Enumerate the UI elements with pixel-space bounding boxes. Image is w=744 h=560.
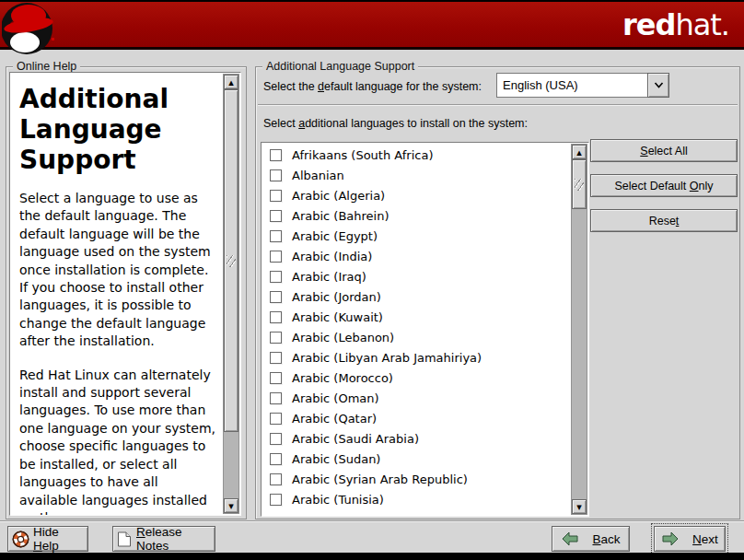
button-label: Next <box>692 532 718 546</box>
language-checkbox[interactable] <box>270 210 282 222</box>
language-row[interactable]: Arabic (Qatar) <box>262 408 570 428</box>
language-row[interactable]: Arabic (Libyan Arab Jamahiriya) <box>262 347 570 368</box>
next-button[interactable]: Next <box>654 526 726 552</box>
language-checkbox[interactable] <box>270 453 282 465</box>
help-scroll-up-button[interactable]: ▴ <box>224 75 238 89</box>
header: redhat. <box>0 0 744 50</box>
language-row[interactable]: Arabic (Algeria) <box>262 185 570 205</box>
language-label: Arabic (Qatar) <box>292 412 377 426</box>
language-label: Arabic (Morocco) <box>292 371 393 385</box>
label-part: Hide <box>33 525 59 539</box>
label-part: dditional languages to install on the sy… <box>305 117 528 130</box>
list-scroll-up-button[interactable]: ▴ <box>572 145 587 159</box>
brand-light: hat <box>675 7 720 42</box>
label-mnemonic: d <box>318 80 324 93</box>
language-label: Afrikaans (South Africa) <box>292 148 433 162</box>
language-checkbox[interactable] <box>270 149 282 161</box>
hide-help-button[interactable]: Hide Help <box>7 526 88 552</box>
language-row[interactable]: Arabic (Tunisia) <box>262 489 570 509</box>
thumb-grip <box>227 255 236 267</box>
combobox-dropdown-button[interactable] <box>647 73 669 98</box>
reset-button[interactable]: Reset <box>590 209 738 232</box>
list-scrollbar-thumb[interactable] <box>572 159 587 209</box>
language-label: Arabic (Jordan) <box>292 290 381 304</box>
label-mnemonic: H <box>33 539 42 553</box>
combobox-value: English (USA) <box>496 73 647 98</box>
scroll-up-icon: ▴ <box>576 147 582 158</box>
language-checkbox[interactable] <box>270 433 282 445</box>
language-checkbox[interactable] <box>270 230 282 242</box>
help-scroll-down-button[interactable]: ▾ <box>224 498 238 513</box>
language-checkbox[interactable] <box>270 494 282 506</box>
language-checkbox[interactable] <box>270 473 282 485</box>
scroll-down-icon: ▾ <box>576 502 582 512</box>
language-label: Arabic (Iraq) <box>292 270 366 284</box>
language-row[interactable]: Arabic (Bahrein) <box>262 205 570 226</box>
language-checkbox[interactable] <box>270 392 282 404</box>
help-paragraph: Red Hat Linux can alternately install an… <box>19 367 219 515</box>
language-row[interactable]: Arabic (Syrian Arab Republic) <box>262 469 570 489</box>
language-row[interactable]: Afrikaans (South Africa) <box>262 145 570 165</box>
redhat-shadowman-logo-icon <box>2 1 57 56</box>
language-checkbox[interactable] <box>270 251 282 262</box>
language-checkbox[interactable] <box>270 332 282 344</box>
help-scrollbar-thumb[interactable] <box>224 89 238 432</box>
footer-separator <box>0 520 744 522</box>
label-part: elect All <box>648 145 688 158</box>
help-scrollbar[interactable]: ▴ ▾ <box>223 74 239 514</box>
language-checkbox[interactable] <box>270 169 282 181</box>
additional-languages-label: Select additional languages to install o… <box>263 117 528 130</box>
brand-dot: . <box>721 7 729 42</box>
bottom-black-strip <box>0 553 744 560</box>
button-label: Select Default Only <box>614 180 713 192</box>
select-all-button[interactable]: Select All <box>590 139 738 162</box>
language-checkbox[interactable] <box>270 352 282 364</box>
panel-separator <box>258 104 738 106</box>
online-help-panel: Online Help Additional Language Support … <box>6 66 247 519</box>
language-checkbox[interactable] <box>270 291 282 303</box>
language-row[interactable]: Arabic (Saudi Arabia) <box>262 428 570 449</box>
language-label: Arabic (Kuwait) <box>292 310 383 324</box>
arrow-left-icon <box>561 531 579 546</box>
language-checkbox[interactable] <box>270 372 282 384</box>
list-scrollbar[interactable]: ▴ ▾ <box>571 144 587 515</box>
button-label: Back <box>592 532 620 546</box>
back-button[interactable]: Back <box>552 526 630 552</box>
language-checkbox[interactable] <box>270 271 282 283</box>
language-checkbox[interactable] <box>270 413 282 425</box>
list-scroll-down-button[interactable]: ▾ <box>572 499 587 514</box>
button-label: Hide Help <box>33 525 84 553</box>
default-language-combobox[interactable]: English (USA) <box>496 73 669 98</box>
language-panel: Additional Language Support Select the d… <box>255 66 740 519</box>
help-paragraph: Select a language to use as the default … <box>19 190 219 351</box>
language-frame-label: Additional Language Support <box>262 59 418 74</box>
language-row[interactable]: Arabic (Egypt) <box>262 226 570 246</box>
language-checkbox[interactable] <box>270 311 282 323</box>
language-label: Arabic (India) <box>292 250 372 263</box>
language-label: Arabic (Bahrein) <box>292 209 389 223</box>
language-list: Afrikaans (South Africa)AlbanianArabic (… <box>262 145 570 515</box>
label-part: ext <box>702 532 718 546</box>
scroll-up-icon: ▴ <box>228 77 234 88</box>
language-row[interactable]: Arabic (Morocco) <box>262 368 570 388</box>
label-mnemonic: S <box>640 145 647 158</box>
language-label: Arabic (Sudan) <box>292 452 380 466</box>
language-label: Arabic (Algeria) <box>292 189 385 203</box>
language-row[interactable]: Arabic (Lebanon) <box>262 327 570 347</box>
language-row[interactable]: Arabic (Oman) <box>262 388 570 408</box>
help-scrollbar-trough[interactable] <box>224 89 238 498</box>
label-part: elp <box>42 539 59 553</box>
language-row[interactable]: Arabic (Jordan) <box>262 286 570 307</box>
language-row[interactable]: Arabic (Iraq) <box>262 266 570 286</box>
language-row[interactable]: Arabic (India) <box>262 246 570 266</box>
release-notes-button[interactable]: Release Notes <box>112 526 215 552</box>
language-checkbox[interactable] <box>270 190 282 202</box>
label-mnemonic: N <box>692 532 702 546</box>
button-label: Select All <box>640 145 687 158</box>
select-default-only-button[interactable]: Select Default Only <box>590 174 738 197</box>
language-row[interactable]: Arabic (Sudan) <box>262 449 570 469</box>
language-row[interactable]: Albanian <box>262 165 570 185</box>
language-row[interactable]: Arabic (Kuwait) <box>262 307 570 327</box>
list-scrollbar-trough[interactable] <box>572 159 587 499</box>
life-preserver-icon <box>12 531 29 548</box>
